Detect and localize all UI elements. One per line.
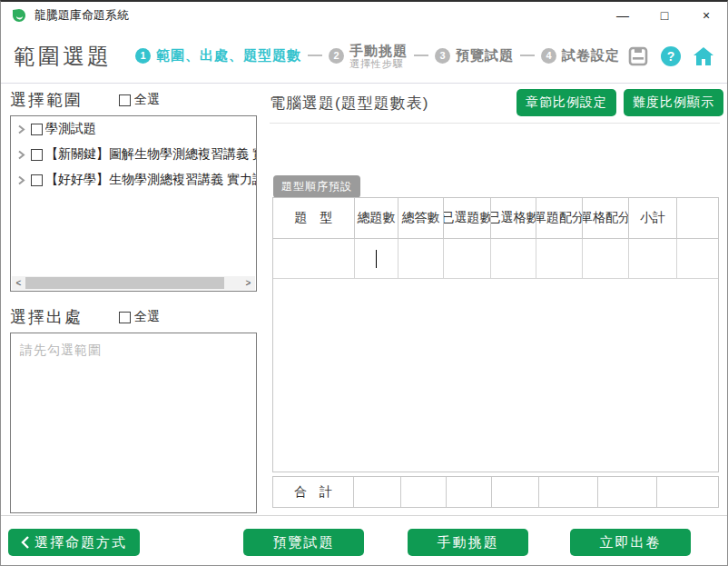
tree-item-new-key-guide[interactable]: 【新關鍵】圖解生物學測總複習講義 實力 [11,142,256,167]
cell-total-answers[interactable] [398,239,444,279]
tree-item-exam-questions[interactable]: 學測試題 [11,116,256,142]
cell-points-per-question[interactable] [536,239,583,279]
totals-cell [354,477,401,507]
home-icon[interactable] [693,46,714,66]
page-title: 範圍選題 [14,42,112,71]
computer-selection-header: 電腦選題(題型題數表) 章節比例設定 難度比例顯示 [270,89,723,116]
close-button[interactable]: × [685,2,727,29]
column-header-total-questions: 總題數 [355,198,398,238]
source-select-all[interactable]: 全選 [119,309,160,325]
step-2-manual-pick: 2 手動挑題 選擇性步驟 [329,43,408,70]
column-header-points-per-question: 單題配分 [536,198,583,238]
wizard-header: 範圍選題 1 範圍、出處、題型題數 2 手動挑題 選擇性步驟 3 預覽試題 4 [1,29,727,84]
scroll-right-arrow[interactable]: > [241,276,255,290]
totals-row: 合 計 [272,476,719,508]
app-window: 龍騰題庫命題系統 — □ × 範圍選題 1 範圍、出處、題型題數 2 手動挑題 … [0,0,728,566]
generate-paper-button[interactable]: 立即出卷 [570,529,691,556]
range-select-all-checkbox[interactable] [119,94,131,106]
app-logo-icon [12,8,26,23]
column-header-total-answers: 總答數 [398,198,444,238]
chevron-left-icon [21,536,29,549]
expand-chevron-icon[interactable] [16,124,26,134]
tab-question-type-order[interactable]: 題型順序預設 [273,175,360,198]
range-select-all[interactable]: 全選 [119,92,160,108]
cell-total-questions-input[interactable] [355,239,398,279]
column-header-selected-questions: 已選題數 [444,198,491,238]
wizard-steps: 1 範圍、出處、題型題數 2 手動挑題 選擇性步驟 3 預覽試題 4 試卷設定 [135,43,620,70]
tree-item-checkbox[interactable] [31,124,43,135]
source-section-title: 選擇出處 [10,306,83,328]
tree-item-label: 學測試題 [45,121,96,137]
source-select-all-label: 全選 [134,309,160,325]
source-section-header: 選擇出處 全選 [10,306,257,328]
cell-selected-blanks[interactable] [491,239,536,279]
totals-cell [447,477,492,507]
cell-empty[interactable] [677,239,718,279]
step-3-preview: 3 預覽試題 [435,47,514,65]
text-caret [376,250,377,268]
step-1-number: 1 [135,48,151,64]
tree-item-checkbox[interactable] [31,149,43,161]
step-1-label: 範圍、出處、題型題數 [156,47,301,65]
scroll-left-arrow[interactable]: < [12,276,25,290]
minimize-button[interactable]: — [602,2,644,29]
step-4-number: 4 [541,48,556,64]
save-icon[interactable] [627,45,649,67]
tree-item-checkbox[interactable] [31,174,43,186]
right-panel: 電腦選題(題型題數表) 章節比例設定 難度比例顯示 題型順序預設 題 型 總題數… [270,89,723,116]
scrollbar-track[interactable] [25,276,241,290]
section-divider [270,123,720,124]
column-header-question-type: 題 型 [273,198,355,238]
titlebar: 龍騰題庫命題系統 — □ × [1,2,727,29]
table-header-row: 題 型 總題數 總答數 已選題數 已選格數 單題配分 單格配分 小計 [273,198,718,239]
range-section-header: 選擇範圍 全選 [10,89,257,111]
horizontal-scrollbar[interactable]: < > [12,276,255,290]
manual-pick-button[interactable]: 手動挑題 [408,529,528,556]
step-1-range: 1 範圍、出處、題型題數 [135,47,301,65]
step-3-number: 3 [435,48,450,64]
back-to-method-button[interactable]: 選擇命題方式 [8,529,140,556]
totals-cell [401,477,447,507]
chapter-ratio-button[interactable]: 章節比例設定 [516,89,616,116]
column-header-subtotal: 小計 [629,198,677,238]
maximize-button[interactable]: □ [644,2,685,29]
step-4-label: 試卷設定 [562,47,620,65]
step-connector [414,55,428,56]
preview-questions-button[interactable]: 預覽試題 [243,529,364,556]
source-select-all-checkbox[interactable] [119,312,131,323]
back-button-label: 選擇命題方式 [34,534,127,551]
tree-item-label: 【新關鍵】圖解生物學測總複習講義 實力 [45,146,256,163]
expand-chevron-icon[interactable] [16,150,26,160]
range-section-title: 選擇範圍 [10,89,83,111]
cell-subtotal[interactable] [629,239,677,279]
cell-points-per-blank[interactable] [583,239,629,279]
left-panel: 選擇範圍 全選 學測試題 【新關鍵】圖解生物學測總複習講義 實力 [10,89,257,513]
tree-item-study-well-guide[interactable]: 【好好學】生物學測總複習講義 實力評量 [11,167,256,193]
step-connector [520,55,535,56]
step-3-label: 預覽試題 [456,47,514,65]
header-toolbar: ? [627,45,714,67]
footer-bar: 選擇命題方式 預覽試題 手動挑題 立即出卷 [1,515,727,565]
source-placeholder: 請先勾選範圍 [20,343,102,357]
window-controls: — □ × [602,2,727,29]
step-2-label: 手動挑題 [349,43,408,58]
scrollbar-thumb[interactable] [25,277,224,289]
range-tree: 學測試題 【新關鍵】圖解生物學測總複習講義 實力 【好好學】生物學測總複習講義 … [10,115,257,292]
window-title: 龍騰題庫命題系統 [34,7,129,24]
range-select-all-label: 全選 [134,92,160,108]
help-icon[interactable]: ? [661,46,681,66]
column-header-selected-blanks: 已選格數 [491,198,536,238]
cell-selected-questions[interactable] [444,239,491,279]
step-connector [308,55,322,56]
column-header-points-per-blank: 單格配分 [583,198,629,238]
step-2-number: 2 [329,48,344,64]
totals-cell [539,477,598,507]
source-list: 請先勾選範圍 [10,333,257,513]
difficulty-ratio-button[interactable]: 難度比例顯示 [624,89,723,116]
expand-chevron-icon[interactable] [16,175,26,185]
totals-label: 合 計 [273,477,354,507]
step-2-sublabel: 選擇性步驟 [349,58,408,70]
column-header-empty [677,198,718,238]
computer-selection-title: 電腦選題(題型題數表) [270,93,428,114]
cell-question-type[interactable] [273,239,355,279]
